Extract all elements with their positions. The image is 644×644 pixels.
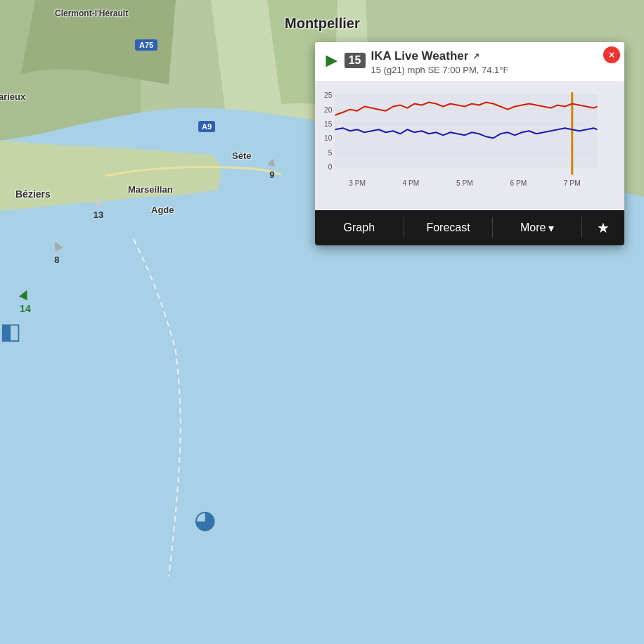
svg-text:15: 15 <box>324 120 333 128</box>
wind-marker-9: ▲ 9 <box>266 155 278 180</box>
forecast-button[interactable]: Forecast <box>404 210 493 245</box>
svg-text:20: 20 <box>324 106 333 114</box>
more-arrow-icon: ▾ <box>548 221 554 235</box>
wind-marker-13: ▲ 13 <box>91 193 105 220</box>
more-label: More <box>520 221 546 234</box>
city-darieux: darieux <box>0 91 25 102</box>
city-sete: Sète <box>232 150 251 161</box>
svg-text:25: 25 <box>324 91 333 99</box>
popup-external-link[interactable]: ↗ <box>472 51 479 61</box>
wind-direction-arrow: ► <box>322 51 342 70</box>
popup-toolbar: Graph Forecast More ▾ ★ <box>315 210 624 245</box>
popup-title: IKA Live Weather ↗ <box>371 49 614 63</box>
road-a75: A75 <box>135 39 157 51</box>
svg-text:5: 5 <box>328 149 333 157</box>
popup-header: ► 15 IKA Live Weather ↗ 15 (g21) mph SE … <box>315 42 624 81</box>
wind-marker-8: ▲ 8 <box>49 236 65 265</box>
city-agde: Agde <box>151 205 174 215</box>
svg-text:10: 10 <box>324 134 333 142</box>
svg-text:5 PM: 5 PM <box>456 179 473 187</box>
city-beziers: Béziers <box>15 188 51 200</box>
svg-text:4 PM: 4 PM <box>403 179 420 187</box>
city-montpellier: Montpellier <box>285 15 360 32</box>
more-button[interactable]: More ▾ <box>493 210 581 245</box>
wind-speed-badge: 15 <box>344 53 366 68</box>
favorite-button[interactable]: ★ <box>582 210 624 245</box>
weather-chart: 25 20 15 10 5 0 3 PM 4 PM 5 PM 6 PM 7 PM <box>318 85 619 203</box>
road-a9: A9 <box>198 121 215 132</box>
svg-text:0: 0 <box>328 163 333 171</box>
popup-close-button[interactable]: × <box>603 46 620 63</box>
svg-text:6 PM: 6 PM <box>510 179 527 187</box>
wind-marker-partial: ◕ <box>194 505 216 534</box>
svg-text:7 PM: 7 PM <box>564 179 581 187</box>
wind-marker-left: ◧ <box>0 318 21 344</box>
city-clermont: Clermont-l'Hérault <box>55 8 128 18</box>
chart-area: 25 20 15 10 5 0 3 PM 4 PM 5 PM 6 PM 7 PM <box>315 81 624 210</box>
graph-button[interactable]: Graph <box>315 210 404 245</box>
wind-marker-14-green: ▲ 14 <box>18 285 33 314</box>
svg-text:3 PM: 3 PM <box>349 179 366 187</box>
popup-icon-group: ► 15 <box>322 51 366 70</box>
weather-popup: × ► 15 IKA Live Weather ↗ 15 (g21) mph S… <box>315 42 624 245</box>
popup-title-text: IKA Live Weather <box>371 49 469 63</box>
popup-subtitle: 15 (g21) mph SE 7:00 PM, 74.1°F <box>371 65 614 75</box>
city-marseillan: Marseillan <box>128 184 173 195</box>
popup-info: IKA Live Weather ↗ 15 (g21) mph SE 7:00 … <box>371 49 614 75</box>
